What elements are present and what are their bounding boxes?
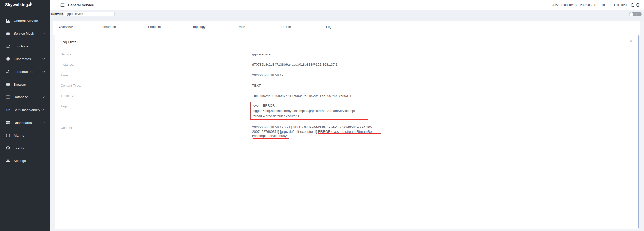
info-icon[interactable] (636, 3, 640, 7)
field-row-tags: Tags: level = ERROR logger = org.apache.… (55, 103, 638, 125)
bar-chart-icon (6, 19, 10, 23)
field-value-content: 2022-05-08 18:58:12.771 [TID:1bc04d9244d… (252, 125, 393, 138)
sidebar-item-self-observability[interactable]: SwSelf Observability (0, 104, 50, 116)
sidebar: Skywalking General ServiceService MeshFu… (0, 0, 50, 231)
layers-icon (6, 31, 10, 36)
tag-line: thread = grpc-default-executor-1 (253, 113, 366, 119)
field-label: Tags: (61, 103, 252, 108)
tag-line: logger = org.apache.shenyu.examples.grpc… (253, 108, 366, 113)
menu-fold-icon[interactable] (60, 3, 65, 7)
sidebar-item-label: Infrastructure (14, 70, 34, 74)
toolbar: $Service grpc-service V (50, 10, 644, 21)
service-select[interactable]: grpc-service (64, 12, 115, 16)
service-variable-label: $Service (51, 12, 63, 16)
auto-refresh-toggle[interactable]: V (629, 12, 642, 16)
app-logo-text: Skywalking (5, 2, 28, 7)
tab-profile[interactable]: Profile (276, 21, 320, 32)
chevron-down-icon (42, 96, 45, 98)
sidebar-item-dashboards[interactable]: Dashboards (0, 116, 50, 129)
field-row-content: Content: 2022-05-08 18:58:12.771 [TID:1b… (55, 125, 638, 138)
time-range-picker[interactable]: 2022-05-08 18:18 ~ 2022-05-08 19:18 (552, 3, 605, 7)
sidebar-item-alarms[interactable]: Alarms (0, 129, 50, 142)
sidebar-item-kubernetes[interactable]: Kubernetes (0, 53, 50, 65)
sidebar-item-label: Kubernetes (14, 57, 31, 61)
sidebar-item-label: Settings (14, 159, 26, 163)
field-value-service: grpc-service (252, 51, 271, 56)
field-label: Content: (61, 125, 252, 130)
field-label: Time: (61, 72, 252, 77)
field-value-trace-id: 1bc04d9244d349c0a74a14709349584e.294.165… (252, 93, 351, 98)
tab-log[interactable]: Log (320, 21, 365, 32)
field-label: Instance: (61, 62, 252, 67)
chevron-down-icon (42, 58, 45, 60)
tags-annotation-box: level = ERROR logger = org.apache.shenyu… (250, 102, 368, 120)
tab-bar: OverviewInstanceEndpointTopologyTracePro… (53, 21, 366, 32)
field-value-content-type: TEXT (252, 83, 261, 87)
page-title: General-Service (68, 3, 94, 7)
chevron-down-icon (42, 33, 45, 34)
tab-instance[interactable]: Instance (98, 21, 142, 32)
sidebar-item-settings[interactable]: Settings (0, 155, 50, 168)
skywalking-app: Skywalking General ServiceService MeshFu… (0, 0, 644, 231)
field-row-time: Time: 2022-05-08 18:58:12 (55, 72, 638, 83)
sidebar-item-database[interactable]: Database (0, 91, 50, 104)
sidebar-item-label: Alarms (14, 134, 24, 137)
sidebar-item-label: Dashboards (14, 121, 32, 125)
tab-topology[interactable]: Topology (187, 21, 231, 32)
sw-logo-icon: Sw (6, 108, 10, 112)
tag-line: level = ERROR (253, 103, 366, 108)
field-label: Trace ID: (61, 93, 252, 98)
red-underline-annotation (318, 133, 381, 134)
red-underline-annotation (253, 138, 289, 139)
chevron-down-icon (42, 122, 45, 123)
server-icon (6, 95, 10, 99)
tab-trace[interactable]: Trace (231, 21, 276, 32)
sidebar-item-label: Self Observability (14, 108, 40, 112)
pie-chart-icon (6, 57, 10, 61)
topbar: General-Service 2022-05-08 18:18 ~ 2022-… (50, 0, 644, 10)
toggle-label: V (636, 13, 637, 16)
sidebar-item-service-mesh[interactable]: Service Mesh (0, 27, 50, 40)
sidebar-item-label: Service Mesh (14, 31, 34, 35)
dots-icon (6, 70, 10, 74)
sidebar-item-browser[interactable]: Browser (0, 78, 50, 91)
logo-crescent-icon (28, 2, 32, 7)
field-label: Content Type: (61, 83, 252, 87)
sidebar-item-functions[interactable]: Functions (0, 40, 50, 53)
timezone-label: UTC+8:0 (614, 3, 627, 7)
content-line: 2022-05-08 18:58:12.771 [TID:1bc04d9244d… (252, 125, 393, 130)
app-logo[interactable]: Skywalking (0, 0, 50, 11)
tab-overview[interactable]: Overview (53, 21, 98, 32)
log-detail-panel: Log Detail × Service: grpc-service Insta… (55, 35, 639, 229)
grid-icon (6, 121, 10, 125)
sidebar-item-events[interactable]: Events (0, 142, 50, 155)
log-detail-fields: Service: grpc-service Instance: d70782b8… (55, 51, 638, 138)
field-value-time: 2022-05-08 18:58:12 (252, 72, 283, 77)
sidebar-item-general-service[interactable]: General Service (0, 14, 50, 27)
sidebar-item-label: Database (14, 95, 28, 99)
globe-icon (6, 82, 10, 87)
field-value-instance: d70782b8c2d347138b9a4aada018b818@192.168… (252, 62, 338, 67)
field-row-service: Service: grpc-service (55, 51, 638, 62)
gear-icon (6, 159, 10, 163)
sidebar-item-label: General Service (14, 19, 38, 23)
sidebar-nav: General ServiceService MeshFunctionsKube… (0, 14, 50, 167)
chevron-down-icon (41, 109, 44, 111)
clock-icon (6, 146, 10, 150)
cloud-icon (6, 44, 10, 48)
sidebar-item-label: Functions (14, 44, 28, 48)
sidebar-item-infrastructure[interactable]: Infrastructure (0, 65, 50, 78)
alert-icon (6, 133, 10, 138)
tab-endpoint[interactable]: Endpoint (142, 21, 187, 32)
field-row-instance: Instance: d70782b8c2d347138b9a4aada018b8… (55, 62, 638, 72)
field-row-content-type: Content Type: TEXT (55, 83, 638, 93)
service-select-value: grpc-service (66, 12, 110, 16)
tabs-block: OverviewInstanceEndpointTopologyTracePro… (53, 21, 640, 35)
toggle-knob (629, 12, 633, 16)
sidebar-item-label: Events (14, 146, 24, 150)
close-icon[interactable]: × (630, 39, 632, 43)
chevron-down-icon (110, 13, 112, 15)
field-label: Service: (61, 51, 252, 56)
sidebar-item-label: Browser (14, 83, 26, 86)
refresh-icon[interactable] (631, 3, 635, 7)
